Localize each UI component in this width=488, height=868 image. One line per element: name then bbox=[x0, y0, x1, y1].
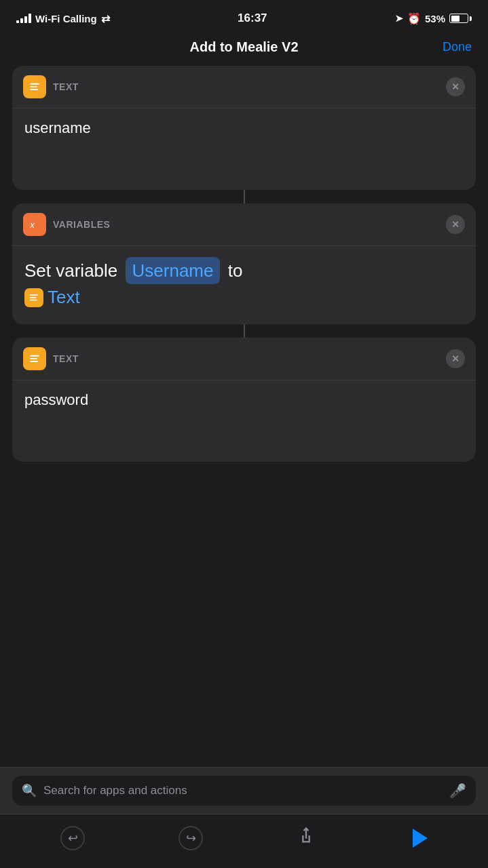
svg-rect-0 bbox=[30, 83, 39, 85]
alarm-icon: ⏰ bbox=[407, 12, 421, 25]
variables-card: x VARIABLES ✕ Set variable Username to bbox=[12, 203, 476, 324]
text-password-card: TEXT ✕ password bbox=[12, 338, 476, 462]
card-header-left-pw: TEXT bbox=[23, 347, 79, 370]
signal-bars-icon bbox=[16, 14, 31, 23]
connector-line-2 bbox=[244, 324, 245, 338]
card-header-text-username: TEXT ✕ bbox=[12, 66, 476, 108]
text-token-label: Text bbox=[48, 287, 80, 308]
share-icon bbox=[297, 826, 316, 850]
card-body-username: username bbox=[12, 108, 476, 190]
svg-rect-7 bbox=[30, 355, 39, 357]
text-username-card: TEXT ✕ username bbox=[12, 66, 476, 190]
card-type-text-1: TEXT bbox=[53, 81, 79, 92]
redo-icon: ↪ bbox=[179, 826, 203, 850]
svg-rect-8 bbox=[30, 358, 37, 359]
text-token-icon bbox=[24, 288, 43, 307]
wifi-icon: ⇄ bbox=[101, 12, 110, 25]
svg-rect-2 bbox=[30, 89, 38, 90]
card-body-password: password bbox=[12, 380, 476, 462]
undo-icon: ↩ bbox=[60, 826, 85, 850]
status-bar: Wi-Fi Calling ⇄ 16:37 ➤ ⏰ 53% bbox=[0, 0, 488, 34]
search-input-placeholder[interactable]: Search for apps and actions bbox=[43, 784, 443, 797]
username-value: username bbox=[24, 119, 91, 136]
battery-percent: 53% bbox=[425, 13, 445, 24]
battery-icon bbox=[449, 14, 472, 23]
carrier-label: Wi-Fi Calling bbox=[35, 13, 97, 24]
microphone-icon[interactable]: 🎤 bbox=[449, 783, 466, 799]
connector-2 bbox=[12, 324, 476, 338]
content-area: TEXT ✕ username x VARIABLES ✕ S bbox=[0, 66, 488, 462]
connector-1 bbox=[12, 190, 476, 203]
text-card-icon bbox=[23, 75, 46, 98]
location-icon: ➤ bbox=[395, 13, 403, 24]
text-lines-icon bbox=[29, 81, 41, 93]
set-label: Set variable bbox=[24, 260, 117, 281]
close-button-card-1[interactable]: ✕ bbox=[446, 77, 465, 96]
password-value: password bbox=[24, 391, 88, 408]
toolbar: ↩ ↪ bbox=[0, 814, 488, 868]
status-left: Wi-Fi Calling ⇄ bbox=[16, 12, 110, 25]
done-button[interactable]: Done bbox=[443, 40, 472, 54]
card-type-text-2: TEXT bbox=[53, 353, 79, 364]
text-token[interactable]: Text bbox=[24, 287, 80, 308]
connector-line-1 bbox=[244, 190, 245, 203]
svg-rect-1 bbox=[30, 86, 37, 87]
card-type-variables: VARIABLES bbox=[53, 219, 110, 230]
variable-name-chip[interactable]: Username bbox=[126, 257, 221, 284]
search-icon: 🔍 bbox=[22, 783, 37, 798]
variables-body: Set variable Username to Text bbox=[12, 246, 476, 324]
svg-text:x: x bbox=[29, 220, 35, 230]
text-card-icon-2 bbox=[23, 347, 46, 370]
x-variable-icon: x bbox=[29, 218, 41, 231]
page-title: Add to Mealie V2 bbox=[189, 39, 298, 55]
svg-rect-9 bbox=[30, 361, 38, 362]
card-header-text-password: TEXT ✕ bbox=[12, 338, 476, 380]
redo-button[interactable]: ↪ bbox=[179, 826, 203, 850]
undo-button[interactable]: ↩ bbox=[60, 826, 85, 850]
set-variable-sentence: Set variable Username to bbox=[24, 257, 464, 284]
text-lines-icon-2 bbox=[29, 353, 41, 365]
svg-rect-6 bbox=[30, 300, 37, 301]
search-bar[interactable]: 🔍 Search for apps and actions 🎤 bbox=[12, 776, 476, 806]
svg-rect-4 bbox=[30, 294, 38, 296]
status-time: 16:37 bbox=[238, 12, 267, 25]
card-header-left-vars: x VARIABLES bbox=[23, 213, 110, 236]
play-button[interactable] bbox=[409, 829, 428, 848]
status-right: ➤ ⏰ 53% bbox=[395, 12, 472, 25]
text-token-lines-icon bbox=[29, 292, 39, 303]
share-button[interactable] bbox=[297, 826, 316, 850]
close-button-card-3[interactable]: ✕ bbox=[446, 349, 465, 368]
search-area: 🔍 Search for apps and actions 🎤 bbox=[0, 767, 488, 814]
share-svg-icon bbox=[297, 826, 316, 845]
close-button-card-2[interactable]: ✕ bbox=[446, 215, 465, 234]
card-header-left: TEXT bbox=[23, 75, 79, 98]
play-icon bbox=[413, 829, 428, 848]
nav-header: Add to Mealie V2 Done bbox=[0, 34, 488, 66]
card-header-variables: x VARIABLES ✕ bbox=[12, 203, 476, 246]
to-label: to bbox=[228, 260, 243, 281]
svg-rect-5 bbox=[30, 297, 36, 298]
variables-card-icon: x bbox=[23, 213, 46, 236]
